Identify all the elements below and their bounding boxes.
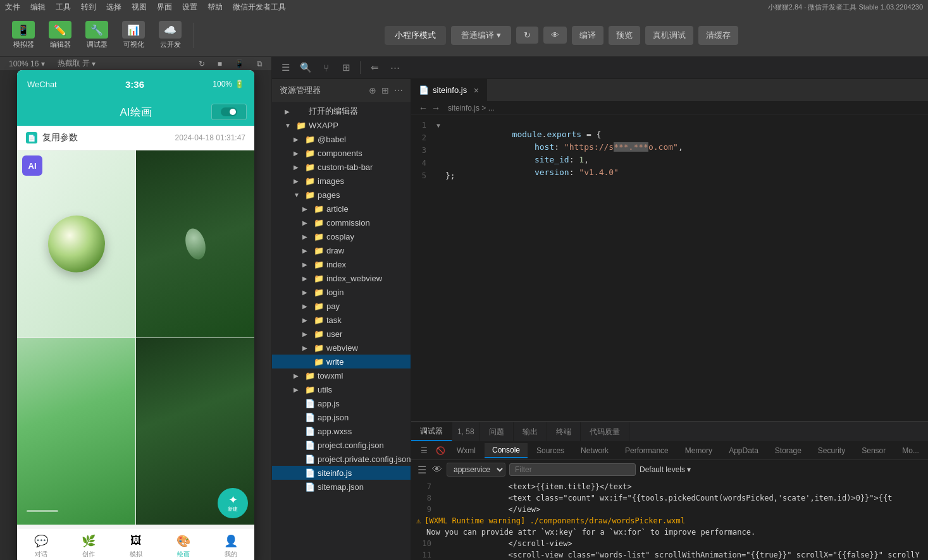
- real-debug-btn[interactable]: 真机调试: [645, 26, 693, 45]
- filter-toggle-icon[interactable]: ☰: [416, 464, 428, 475]
- tree-item-siteinfo[interactable]: 📄 siteinfo.js: [272, 466, 411, 480]
- refresh-icon[interactable]: ↻: [516, 27, 538, 44]
- tree-item-towxml[interactable]: ▶ 📁 towxml: [272, 368, 411, 382]
- menu-item-goto[interactable]: 转到: [81, 2, 96, 13]
- default-levels-btn[interactable]: Default levels ▾: [640, 465, 691, 474]
- visual-btn[interactable]: 📊 可视化: [118, 21, 149, 49]
- tree-item-user[interactable]: ▶ 📁 user: [272, 327, 411, 341]
- file-tree-toggle-icon[interactable]: ☰: [277, 59, 294, 76]
- clean-cache-btn[interactable]: 清缓存: [698, 26, 738, 45]
- bottom-tab-debugger[interactable]: 调试器: [411, 422, 452, 441]
- git-icon[interactable]: ⑂: [318, 59, 334, 76]
- console-tab-more[interactable]: Mo...: [894, 444, 927, 458]
- tree-item-draw[interactable]: ▶ 📁 draw: [272, 243, 411, 257]
- miniprogram-mode-btn[interactable]: 小程序模式: [385, 26, 446, 45]
- console-tab-sensor[interactable]: Sensor: [854, 444, 893, 458]
- search-icon[interactable]: 🔍: [297, 59, 314, 76]
- menu-item-settings[interactable]: 设置: [182, 2, 197, 13]
- eye-icon[interactable]: 👁: [543, 27, 567, 44]
- menu-item-edit[interactable]: 编辑: [30, 2, 46, 13]
- console-tab-wxml[interactable]: Wxml: [449, 444, 483, 458]
- debug-btn[interactable]: 🔧 调试器: [81, 21, 113, 49]
- bottom-tab-code-quality[interactable]: 代码质量: [581, 422, 629, 441]
- console-tab-sources[interactable]: Sources: [529, 444, 572, 458]
- tab-close-icon[interactable]: ×: [474, 85, 479, 95]
- simulator-btn[interactable]: 📱 模拟器: [8, 21, 39, 49]
- console-clear-icon[interactable]: 🚫: [433, 443, 448, 458]
- tree-item-project-config[interactable]: 📄 project.config.json: [272, 438, 411, 452]
- bottom-tab-output[interactable]: 输出: [514, 422, 547, 441]
- tree-item-pages[interactable]: ▼ 📁 pages: [272, 188, 411, 202]
- console-tab-appdata[interactable]: AppData: [721, 444, 766, 458]
- menu-item-view[interactable]: 视图: [132, 2, 147, 13]
- tab-chat[interactable]: 💬 对话: [17, 528, 65, 560]
- more-files-icon[interactable]: ⋯: [394, 85, 403, 95]
- compile-dropdown-icon[interactable]: ▾: [497, 30, 501, 40]
- tree-item-login[interactable]: ▶ 📁 login: [272, 285, 411, 299]
- zoom-control[interactable]: 100% 16 ▾: [5, 58, 49, 70]
- console-tab-console[interactable]: Console: [485, 443, 528, 458]
- menu-item-file[interactable]: 文件: [5, 2, 20, 13]
- tree-item-custom-tab-bar[interactable]: ▶ 📁 custom-tab-bar: [272, 160, 411, 174]
- tree-item-utils[interactable]: ▶ 📁 utils: [272, 382, 411, 396]
- tree-item-appjs[interactable]: 📄 app.js: [272, 396, 411, 410]
- nav-back-icon[interactable]: ←: [419, 103, 428, 113]
- tree-item-appjson[interactable]: 📄 app.json: [272, 410, 411, 424]
- tree-item-components[interactable]: ▶ 📁 components: [272, 146, 411, 160]
- collapse-icon-1[interactable]: ▼: [436, 122, 440, 129]
- tree-item-cosplay[interactable]: ▶ 📁 cosplay: [272, 229, 411, 243]
- tab-draw[interactable]: 🎨 绘画: [159, 528, 207, 560]
- tree-item-commission[interactable]: ▶ 📁 commission: [272, 216, 411, 229]
- console-tab-network[interactable]: Network: [573, 444, 616, 458]
- tree-item-appwxss[interactable]: 📄 app.wxss: [272, 424, 411, 438]
- menu-item-tools[interactable]: 工具: [56, 2, 71, 13]
- appservice-select[interactable]: appservice: [447, 463, 505, 477]
- refresh-sim-btn[interactable]: ↻: [195, 58, 209, 70]
- compile-action-btn[interactable]: 编译: [572, 26, 603, 45]
- tree-item-project-private[interactable]: 📄 project.private.config.json: [272, 452, 411, 466]
- normal-compile-btn[interactable]: 普通编译 ▾: [451, 26, 511, 45]
- tree-item-webview[interactable]: ▶ 📁 webview: [272, 341, 411, 355]
- tree-item-index[interactable]: ▶ 📁 index: [272, 257, 411, 271]
- editor-btn[interactable]: ✏️ 编辑器: [44, 21, 76, 49]
- stop-sim-btn[interactable]: ■: [214, 58, 226, 70]
- more-icon[interactable]: ⋯: [387, 59, 403, 76]
- tree-item-task[interactable]: ▶ 📁 task: [272, 313, 411, 327]
- tree-item-index-webview[interactable]: ▶ 📁 index_webview: [272, 271, 411, 285]
- preview-btn[interactable]: 预览: [609, 26, 640, 45]
- copy-sim-btn[interactable]: ⧉: [253, 58, 266, 70]
- tab-mine[interactable]: 👤 我的: [207, 528, 254, 560]
- tab-simulate[interactable]: 🖼 模拟: [112, 528, 159, 560]
- bottom-tab-problems[interactable]: 问题: [480, 422, 514, 441]
- tree-item-babel[interactable]: ▶ 📁 @babel: [272, 132, 411, 146]
- menu-item-ui[interactable]: 界面: [157, 2, 172, 13]
- tree-item-images[interactable]: ▶ 📁 images: [272, 174, 411, 188]
- menu-item-help[interactable]: 帮助: [207, 2, 223, 13]
- new-file-icon[interactable]: ⊕: [369, 85, 376, 95]
- tab-create[interactable]: 🌿 创作: [65, 528, 112, 560]
- editor-tab-siteinfo[interactable]: 📄 siteinfo.js ×: [411, 79, 487, 101]
- tree-item-open-editors[interactable]: ▶ 打开的编辑器: [272, 104, 411, 118]
- nav-forward-icon[interactable]: →: [431, 103, 440, 113]
- phone-sim-btn[interactable]: 📱: [231, 58, 248, 70]
- tree-item-sitemap[interactable]: 📄 sitemap.json: [272, 480, 411, 494]
- tree-item-article[interactable]: ▶ 📁 article: [272, 202, 411, 216]
- editor-content[interactable]: 1 ▼ module.exports = { 2 host: "https://…: [411, 115, 928, 421]
- console-tab-memory[interactable]: Memory: [677, 444, 720, 458]
- new-folder-icon[interactable]: ⊞: [381, 85, 389, 95]
- filter-input[interactable]: [509, 463, 636, 476]
- console-tab-security[interactable]: Security: [810, 444, 853, 458]
- split-icon[interactable]: ⊞: [338, 59, 354, 76]
- console-tab-performance[interactable]: Performance: [617, 444, 676, 458]
- hotreload-btn[interactable]: 热截取 开 ▾: [54, 57, 99, 70]
- back-icon[interactable]: ⇐: [366, 59, 383, 76]
- tree-item-write[interactable]: 📁 write: [272, 355, 411, 368]
- menu-item-wechat[interactable]: 微信开发者工具: [233, 2, 286, 13]
- cloud-btn[interactable]: ☁️ 云开发: [154, 21, 186, 49]
- menu-item-select[interactable]: 选择: [106, 2, 121, 13]
- tree-item-pay[interactable]: ▶ 📁 pay: [272, 299, 411, 313]
- tree-item-wxapp[interactable]: ▼ 📁 WXAPP: [272, 118, 411, 132]
- bottom-tab-terminal[interactable]: 终端: [547, 422, 581, 441]
- eye-filter-icon[interactable]: 👁: [431, 464, 443, 475]
- console-tab-storage[interactable]: Storage: [767, 444, 809, 458]
